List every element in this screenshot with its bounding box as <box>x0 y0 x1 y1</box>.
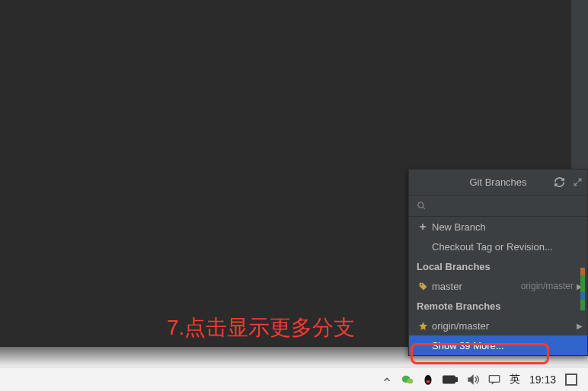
volume-tray-icon[interactable] <box>467 374 479 385</box>
messages-tray-icon[interactable] <box>488 374 500 385</box>
svg-point-3 <box>407 378 413 383</box>
qq-tray-icon[interactable] <box>423 374 433 386</box>
search-icon <box>417 201 427 211</box>
windows-taskbar: 英 19:13 <box>0 367 588 391</box>
checkout-tag-item[interactable]: Checkout Tag or Revision... <box>409 237 587 256</box>
new-branch-item[interactable]: New Branch <box>409 217 587 237</box>
expand-icon[interactable] <box>573 177 583 187</box>
show-more-item[interactable]: Show 39 More... <box>409 335 587 355</box>
popup-title: Git Branches <box>469 176 526 188</box>
svg-rect-7 <box>443 376 455 383</box>
plus-icon <box>417 222 429 231</box>
menu-item-label: Checkout Tag or Revision... <box>432 241 553 253</box>
popup-header: Git Branches <box>409 170 587 196</box>
svg-point-1 <box>420 284 422 285</box>
remote-branches-header: Remote Branches <box>409 296 587 316</box>
git-branches-popup: Git Branches <box>408 169 588 356</box>
menu-item-label: Show 39 More... <box>432 340 504 351</box>
chevron-right-icon: ▶ <box>577 322 583 330</box>
system-tray: 英 19:13 <box>382 373 588 386</box>
editor-minimap-gutter <box>580 268 585 310</box>
local-branch-item[interactable]: master origin/master ▶ <box>409 276 587 296</box>
notifications-tray-icon[interactable] <box>565 374 577 386</box>
local-branches-header: Local Branches <box>409 256 587 276</box>
remote-branch-item[interactable]: origin/master ▶ <box>409 316 587 335</box>
battery-tray-icon[interactable] <box>443 375 458 384</box>
branch-search-row[interactable] <box>409 196 587 217</box>
branch-search-input[interactable] <box>433 200 580 211</box>
svg-rect-9 <box>489 375 499 382</box>
svg-point-5 <box>426 375 431 380</box>
wechat-tray-icon[interactable] <box>401 374 414 385</box>
branch-name: master <box>432 281 462 292</box>
taskbar-clock[interactable]: 19:13 <box>529 374 556 386</box>
svg-point-0 <box>418 202 423 208</box>
menu-item-label: New Branch <box>432 221 486 233</box>
branch-name: origin/master <box>432 320 489 332</box>
tag-icon <box>417 281 429 291</box>
tracking-label: origin/master <box>521 281 574 291</box>
refresh-icon[interactable] <box>554 176 565 188</box>
star-icon <box>417 321 429 331</box>
svg-rect-8 <box>455 377 457 381</box>
tray-chevron-up-icon[interactable] <box>382 374 392 385</box>
ime-indicator[interactable]: 英 <box>510 373 520 386</box>
svg-rect-6 <box>427 380 430 383</box>
tutorial-annotation: 7.点击显示更多分支 <box>167 313 355 342</box>
